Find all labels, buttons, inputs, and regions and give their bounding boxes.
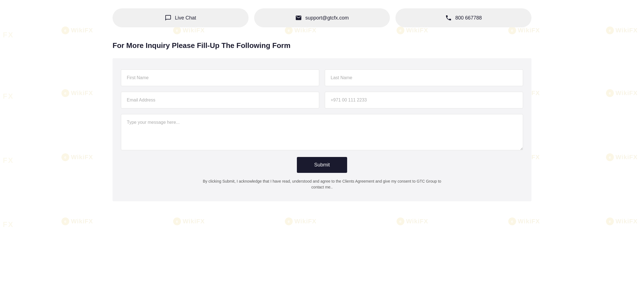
name-row xyxy=(121,69,523,86)
submit-label: Submit xyxy=(314,162,330,168)
phone-input[interactable] xyxy=(325,92,523,108)
phone-button[interactable]: 800 667788 xyxy=(395,8,531,27)
wm-wikifx-18: e WikiFX xyxy=(606,153,638,161)
wm-wikifx-20: e WikiFX xyxy=(173,217,205,225)
contact-row xyxy=(121,92,523,108)
wm-wikifx-7: e WikiFX xyxy=(61,89,93,97)
live-chat-label: Live Chat xyxy=(175,15,196,21)
message-textarea[interactable] xyxy=(121,114,523,150)
wm-wikifx-24: e WikiFX xyxy=(606,217,638,225)
wm-fx-4: FX xyxy=(3,220,14,229)
email-input[interactable] xyxy=(121,92,319,108)
form-section: Submit By clicking Submit, I acknowledge… xyxy=(113,58,531,201)
wm-wikifx-12: e WikiFX xyxy=(606,89,638,97)
wm-wikifx-13: e WikiFX xyxy=(61,153,93,161)
email-label: support@gtcfx.com xyxy=(305,15,349,21)
wm-fx-1: FX xyxy=(3,31,14,39)
first-name-input[interactable] xyxy=(121,69,319,86)
submit-button[interactable]: Submit xyxy=(297,157,347,173)
wm-wikifx-19: e WikiFX xyxy=(61,217,93,225)
contact-buttons-row: Live Chat support@gtcfx.com 800 667788 xyxy=(113,8,531,27)
wm-fx-3: FX xyxy=(3,156,14,165)
submit-area: Submit By clicking Submit, I acknowledge… xyxy=(121,157,523,190)
phone-label: 800 667788 xyxy=(455,15,482,21)
email-icon xyxy=(295,14,302,21)
phone-icon xyxy=(445,14,452,21)
chat-icon xyxy=(165,14,171,21)
wm-wikifx-21: e WikiFX xyxy=(285,217,316,225)
wm-fx-2: FX xyxy=(3,92,14,101)
wm-wikifx-6: e WikiFX xyxy=(606,26,638,34)
wm-wikifx-22: e WikiFX xyxy=(397,217,428,225)
inquiry-title: For More Inquiry Please Fill-Up The Foll… xyxy=(113,41,531,50)
consent-text: By clicking Submit, I acknowledge that I… xyxy=(196,178,448,190)
live-chat-button[interactable]: Live Chat xyxy=(113,8,249,27)
last-name-input[interactable] xyxy=(325,69,523,86)
wm-wikifx-1: e WikiFX xyxy=(61,26,93,34)
email-button[interactable]: support@gtcfx.com xyxy=(254,8,390,27)
wm-wikifx-23: e WikiFX xyxy=(508,217,540,225)
page-wrapper: Live Chat support@gtcfx.com 800 667788 F… xyxy=(107,0,537,212)
